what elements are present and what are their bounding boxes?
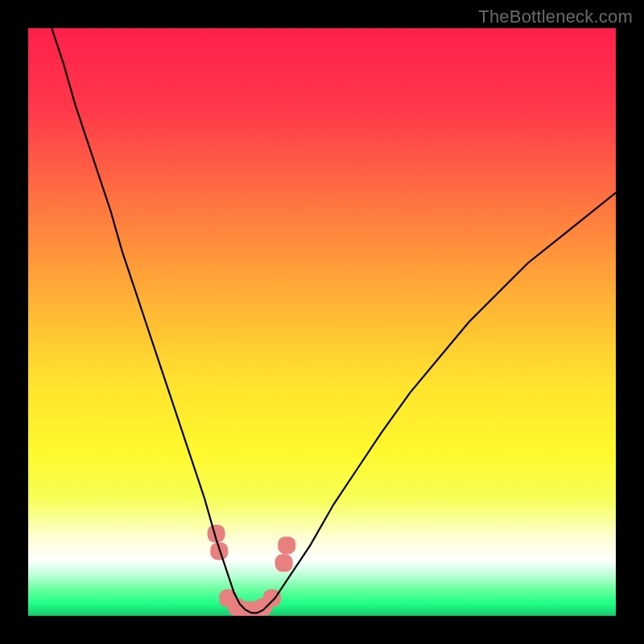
watermark-text: TheBottleneck.com xyxy=(478,6,633,27)
plot-area xyxy=(28,28,616,616)
marker-group xyxy=(208,525,296,616)
chart-container: TheBottleneck.com xyxy=(0,0,644,644)
curve-marker xyxy=(210,543,228,560)
curve-marker xyxy=(278,536,295,554)
bottleneck-curve xyxy=(52,28,616,613)
curve-marker xyxy=(275,554,293,572)
curve-layer xyxy=(28,28,616,616)
